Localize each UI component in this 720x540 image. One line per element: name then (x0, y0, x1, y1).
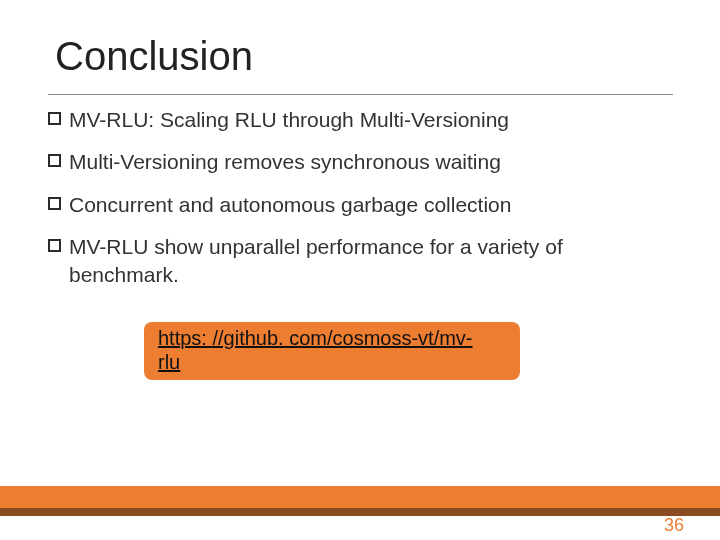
square-bullet-icon (48, 239, 61, 252)
footer-bar-shadow (0, 508, 720, 516)
bullet-list: MV-RLU: Scaling RLU through Multi-Versio… (48, 106, 668, 304)
url-line-2: rlu (158, 351, 180, 373)
title-divider (48, 94, 673, 95)
url-line-1: https: //github. com/cosmoss-vt/mv- (158, 327, 473, 349)
list-item: MV-RLU: Scaling RLU through Multi-Versio… (48, 106, 668, 134)
slide: Conclusion MV-RLU: Scaling RLU through M… (0, 0, 720, 540)
list-item: Concurrent and autonomous garbage collec… (48, 191, 668, 219)
square-bullet-icon (48, 197, 61, 210)
url-callout: https: //github. com/cosmoss-vt/mv- rlu (144, 322, 520, 380)
square-bullet-icon (48, 112, 61, 125)
repo-url-link[interactable]: https: //github. com/cosmoss-vt/mv- rlu (158, 326, 506, 374)
bullet-text: Concurrent and autonomous garbage collec… (69, 191, 511, 219)
square-bullet-icon (48, 154, 61, 167)
footer-bar (0, 486, 720, 508)
bullet-text: MV-RLU show unparallel performance for a… (69, 233, 668, 290)
bullet-text: Multi-Versioning removes synchronous wai… (69, 148, 501, 176)
list-item: Multi-Versioning removes synchronous wai… (48, 148, 668, 176)
bullet-text: MV-RLU: Scaling RLU through Multi-Versio… (69, 106, 509, 134)
list-item: MV-RLU show unparallel performance for a… (48, 233, 668, 290)
page-title: Conclusion (55, 34, 253, 79)
page-number: 36 (664, 515, 684, 536)
